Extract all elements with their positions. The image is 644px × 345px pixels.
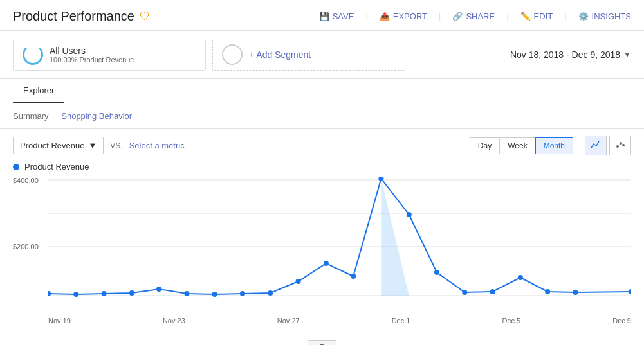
period-buttons: Day Week Month [470,137,573,154]
segment-info: All Users 100.00% Product Revenue [50,46,134,64]
scroll-down-button[interactable]: ▼ [308,340,336,345]
metric-label: Product Revenue [20,141,84,150]
y-label-400: $400.00 [13,177,39,184]
scatter-chart-icon [615,139,625,150]
export-button[interactable]: 📤 EXPORT [380,12,427,21]
week-button[interactable]: Week [499,137,535,154]
shield-icon: 🛡 [140,11,150,22]
svg-marker-7 [353,179,409,296]
svg-point-18 [324,261,329,266]
edit-button[interactable]: ✏️ EDIT [520,12,553,21]
share-button[interactable]: 🔗 SHARE [452,12,495,21]
dropdown-arrow-icon: ▼ [88,141,97,150]
y-label-200: $200.00 [13,243,39,251]
x-axis-labels: Nov 19 Nov 23 Nov 27 Dec 1 Dec 5 Dec 9 [48,317,631,324]
x-label-nov19: Nov 19 [48,317,71,324]
segment-sub: 100.00% Product Revenue [50,56,134,64]
divider-4: | [564,12,566,21]
sub-tab-shopping[interactable]: Shopping Behavior [61,109,132,123]
day-button[interactable]: Day [470,137,499,154]
date-range-label: Nov 18, 2018 - Dec 9, 2018 [510,49,620,60]
svg-point-11 [129,290,134,296]
x-label-dec1: Dec 1 [392,317,410,324]
svg-point-15 [240,291,245,296]
chart-area: Product Revenue $400.00 $200.00 [0,162,644,337]
line-chart-icon [591,139,601,150]
chart-wrapper: $400.00 $200.00 [13,177,631,324]
export-icon: 📤 [380,12,390,21]
svg-point-24 [490,289,495,294]
top-bar: Product Performance 🛡 💾 SAVE | 📤 EXPORT … [0,0,644,31]
month-button[interactable]: Month [535,137,573,154]
svg-point-23 [462,290,467,295]
svg-point-2 [622,144,625,146]
top-bar-left: Product Performance 🛡 [13,9,150,24]
svg-point-26 [545,289,550,294]
sub-tabs: Summary Shopping Behavior [0,103,644,129]
segment-name: All Users [50,46,134,56]
svg-point-14 [212,292,217,297]
scroll-hint: ▼ [0,337,644,345]
add-segment-button[interactable]: + Add Segment [212,39,405,71]
save-icon: 💾 [319,12,329,21]
date-range-picker[interactable]: Nov 18, 2018 - Dec 9, 2018 ▼ [510,49,631,60]
chart-type-buttons [585,136,631,155]
divider-3: | [506,12,508,21]
scatter-chart-button[interactable] [609,136,631,155]
x-label-dec5: Dec 5 [502,317,520,324]
svg-point-0 [616,145,619,148]
add-segment-label: + Add Segment [249,49,311,60]
insights-icon: ⚙️ [578,12,589,21]
share-icon: 🔗 [452,12,463,21]
main-tabs: Explorer [0,79,644,103]
share-label: SHARE [466,12,495,21]
y-axis-labels: $400.00 $200.00 [13,177,39,324]
metric-dropdown[interactable]: Product Revenue ▼ [13,137,104,154]
chevron-down-icon: ▼ [623,50,631,59]
export-label: EXPORT [393,12,427,21]
vs-label: VS. [110,141,122,150]
svg-point-16 [268,290,273,296]
svg-point-10 [102,291,107,296]
save-label: SAVE [333,12,354,21]
top-bar-actions: 💾 SAVE | 📤 EXPORT | 🔗 SHARE | ✏️ EDIT | … [319,12,631,21]
select-metric-link[interactable]: Select a metric [129,141,185,150]
segment-circle [23,44,43,65]
svg-point-22 [434,270,439,275]
x-label-nov23: Nov 23 [163,317,185,324]
edit-icon: ✏️ [520,12,531,21]
svg-point-25 [518,275,523,280]
svg-point-9 [73,292,78,297]
add-segment-circle [222,44,243,65]
x-label-nov27: Nov 27 [277,317,300,324]
chart-legend: Product Revenue [13,162,631,172]
segment-bar: All Users 100.00% Product Revenue + Add … [0,31,644,79]
legend-label: Product Revenue [24,162,89,172]
chart-svg [48,177,631,312]
svg-point-1 [620,142,622,145]
legend-dot [13,164,19,170]
tab-explorer[interactable]: Explorer [13,79,64,103]
svg-point-28 [629,289,631,294]
insights-button[interactable]: ⚙️ INSIGHTS [578,12,631,21]
svg-point-17 [296,279,301,284]
edit-label: EDIT [534,12,553,21]
sub-tab-summary[interactable]: Summary [13,109,49,123]
svg-point-21 [407,212,412,217]
insights-label: INSIGHTS [592,12,631,21]
page-title: Product Performance [13,9,134,24]
svg-point-12 [156,287,161,292]
x-label-dec9: Dec 9 [612,317,631,324]
svg-point-19 [351,274,356,279]
divider-2: | [439,12,441,21]
chart-controls: Product Revenue ▼ VS. Select a metric Da… [0,129,644,162]
divider-1: | [365,12,367,21]
save-button[interactable]: 💾 SAVE [319,12,354,21]
line-chart-button[interactable] [585,136,607,155]
svg-point-13 [184,291,189,296]
svg-point-27 [573,290,578,295]
segment-item-all-users[interactable]: All Users 100.00% Product Revenue [13,39,206,71]
